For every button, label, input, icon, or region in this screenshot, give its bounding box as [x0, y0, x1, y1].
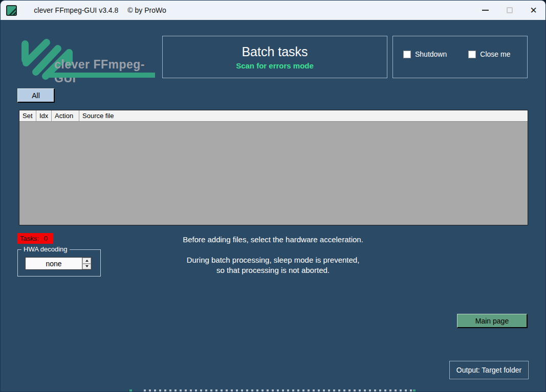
minimize-button[interactable]	[473, 1, 497, 20]
info-text: Before adding files, select the hardware…	[128, 235, 418, 275]
column-header-idx[interactable]: Idx	[36, 110, 52, 121]
info-line-1: Before adding files, select the hardware…	[128, 235, 418, 245]
artifact-speck-left	[129, 389, 132, 391]
close-icon: ✕	[530, 6, 537, 15]
hwa-decoding-value[interactable]: none	[26, 258, 82, 269]
tasks-count: 0	[44, 235, 48, 242]
minimize-icon	[482, 10, 489, 11]
mode-subtitle: Scan for errors mode	[236, 61, 314, 70]
output-target-folder-button[interactable]: Output: Target folder	[449, 361, 529, 379]
main-page-button[interactable]: Main page	[457, 314, 528, 328]
task-table-header: Set Idx Action Source file	[19, 110, 528, 122]
window-title: clever FFmpeg-GUI v3.4.8© by ProWo	[22, 0, 166, 22]
spinner-up-button[interactable]	[82, 258, 91, 264]
title-bar: clever FFmpeg-GUI v3.4.8© by ProWo ✕	[1, 1, 545, 20]
spinner-buttons	[82, 258, 91, 269]
shutdown-checkbox[interactable]: Shutdown	[403, 50, 447, 58]
maximize-icon	[507, 7, 513, 13]
app-logo: clever FFmpeg-GUI	[19, 36, 155, 80]
options-panel: Shutdown Close me	[392, 36, 528, 78]
arrow-up-icon	[85, 260, 89, 262]
artifact-speck-right	[413, 389, 416, 391]
hwa-decoding-spinner[interactable]: none	[25, 257, 92, 270]
column-header-source-file[interactable]: Source file	[79, 110, 528, 121]
window-title-text: clever FFmpeg-GUI v3.4.8	[34, 6, 118, 14]
close-me-checkbox-box[interactable]	[468, 51, 476, 58]
arrow-down-icon	[85, 265, 89, 267]
logo-underline	[47, 73, 155, 78]
hwa-group-label: HWA decoding	[21, 245, 70, 253]
logo-text: clever FFmpeg-GUI	[54, 58, 155, 85]
tasks-label: Tasks:	[20, 235, 39, 242]
shutdown-checkbox-box[interactable]	[403, 51, 411, 58]
close-me-checkbox[interactable]: Close me	[468, 50, 510, 58]
task-list-body[interactable]	[19, 122, 528, 225]
column-header-action[interactable]: Action	[52, 110, 79, 121]
close-me-label: Close me	[480, 50, 510, 58]
window-copyright: © by ProWo	[127, 6, 166, 14]
close-button[interactable]: ✕	[521, 1, 545, 20]
maximize-button	[497, 1, 521, 20]
tasks-count-badge: Tasks: 0	[17, 233, 53, 244]
info-line-3: so that processing is not aborted.	[128, 265, 418, 275]
window-controls: ✕	[473, 1, 545, 20]
batch-tasks-panel: Batch tasks Scan for errors mode	[162, 36, 387, 78]
all-button[interactable]: All	[17, 88, 55, 103]
app-icon	[6, 5, 17, 16]
spinner-down-button[interactable]	[82, 264, 91, 270]
column-header-set[interactable]: Set	[19, 110, 36, 121]
info-line-2: During batch processing, sleep mode is p…	[128, 255, 418, 265]
shutdown-label: Shutdown	[415, 50, 447, 58]
app-window: clever FFmpeg-GUI v3.4.8© by ProWo ✕ cle…	[0, 0, 546, 392]
clipped-text-artifact	[144, 389, 412, 391]
task-table: Set Idx Action Source file	[19, 110, 528, 225]
page-title: Batch tasks	[242, 44, 308, 59]
hwa-decoding-group: HWA decoding none	[17, 249, 101, 276]
